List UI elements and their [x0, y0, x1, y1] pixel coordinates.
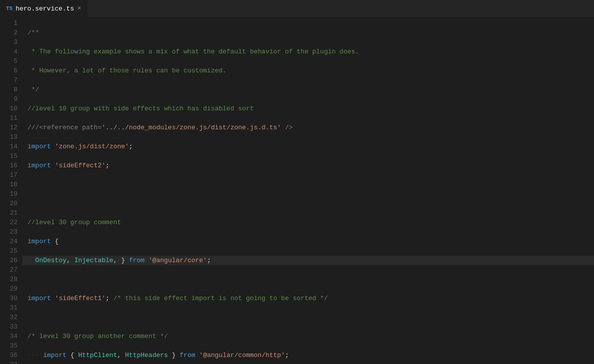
tab-close-button[interactable]: ×	[77, 5, 81, 12]
code-line-16	[28, 313, 594, 322]
ts-icon: TS	[6, 5, 12, 11]
code-line-3: * However, a lot of those rules can be c…	[28, 66, 594, 75]
code-line-10	[28, 199, 594, 208]
editor: 1 2 3 4 5 6 7 8 9 10 11 12 13 14 15 16 1…	[0, 17, 594, 364]
line-numbers: 1 2 3 4 5 6 7 8 9 10 11 12 13 14 15 16 1…	[0, 17, 22, 364]
code-line-12: import {	[28, 237, 594, 246]
code-line-11: //level 30 group comment	[28, 218, 594, 227]
tab-filename: hero.service.ts	[16, 5, 74, 12]
code-line-6: ///<reference path='../../node_modules/z…	[28, 123, 594, 132]
code-line-18: ····import { HttpClient, HttpHeaders } f…	[28, 351, 594, 360]
code-line-2: * The following example shows a mix of w…	[28, 47, 594, 56]
tab-bar: TS hero.service.ts ×	[0, 0, 594, 17]
code-line-15: import 'sideEffect1'; /* this side effec…	[28, 294, 594, 303]
code-line-14	[28, 275, 594, 284]
code-line-5: //level 10 group with side effects which…	[28, 104, 594, 113]
code-line-7: import 'zone.js/dist/zone';	[28, 142, 594, 151]
file-tab[interactable]: TS hero.service.ts ×	[0, 0, 88, 17]
code-line-4: */	[28, 85, 594, 94]
code-line-9	[28, 180, 594, 189]
code-line-13: OnDestoy, Injectable, } from '@angular/c…	[22, 256, 594, 265]
code-line-8: import 'sideEffect2';	[28, 161, 594, 170]
code-content: /** * The following example shows a mix …	[22, 17, 594, 364]
code-line-1: /**	[28, 28, 594, 37]
code-line-17: /* level 30 group another comment */	[28, 332, 594, 341]
